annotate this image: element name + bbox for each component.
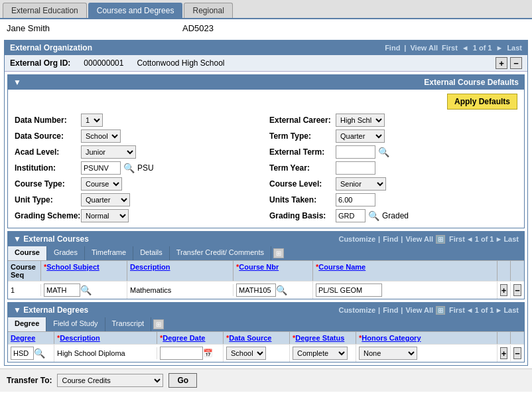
degrees-customize-links: Customize | Find | View All ⊞ xyxy=(338,306,445,315)
degrees-prev-icon[interactable]: ◄ xyxy=(466,306,474,314)
grading-basis-search-icon[interactable]: 🔍 xyxy=(368,210,379,221)
courses-table: CourseSeq *School Subject Description *C… xyxy=(8,260,524,299)
go-button[interactable]: Go xyxy=(168,373,197,388)
unit-type-row: Unit Type: QuarterSemester xyxy=(15,192,263,208)
course-level-value: SeniorJuniorFreshman xyxy=(336,177,386,191)
external-career-row: External Career: High SchlCollegeOther xyxy=(269,112,517,128)
units-taken-value xyxy=(336,193,375,206)
courses-grid-icon[interactable]: ⊞ xyxy=(436,235,445,244)
courses-row-1: 1 🔍 Mathematics 🔍 + − xyxy=(8,281,524,299)
degrees-view-all[interactable]: View All xyxy=(405,306,433,314)
org-add-button[interactable]: + xyxy=(496,57,507,69)
course-level-label: Course Level: xyxy=(269,179,336,189)
course-defaults-section: ▼ External Course Defaults Apply Default… xyxy=(7,74,525,228)
deg-row1-honors-select[interactable]: NoneHonorsHigh Honors xyxy=(359,347,417,360)
degrees-next-icon[interactable]: ► xyxy=(495,306,502,314)
row1-course-name-input[interactable] xyxy=(316,283,382,297)
find-link[interactable]: Find xyxy=(385,44,400,52)
term-year-value xyxy=(336,161,375,175)
institution-row: Institution: 🔍 PSU xyxy=(15,160,263,176)
courses-rem-row-button[interactable]: − xyxy=(513,284,521,296)
org-id-label: External Org ID: xyxy=(10,58,70,68)
courses-view-all[interactable]: View All xyxy=(405,235,433,243)
course-level-select[interactable]: SeniorJuniorFreshman xyxy=(336,177,386,191)
org-buttons: + − xyxy=(496,57,522,69)
degrees-add-row-button[interactable]: + xyxy=(500,347,507,359)
grading-scheme-row: Grading Scheme: NormalPass/FailOther xyxy=(15,208,263,224)
courses-tab-grades[interactable]: Grades xyxy=(47,246,85,260)
row1-rem-btn[interactable]: − xyxy=(511,282,524,298)
courses-nav: First ◄ 1 of 1 ► Last xyxy=(449,235,519,243)
view-all-link[interactable]: View All xyxy=(410,44,438,52)
courses-add-row-button[interactable]: + xyxy=(500,284,507,296)
deg-row1-degree: 🔍 xyxy=(8,345,54,362)
institution-input[interactable] xyxy=(81,161,121,175)
org-info: External Org ID: 000000001 Cottonwood Hi… xyxy=(10,58,225,68)
org-remove-button[interactable]: − xyxy=(510,57,522,69)
courses-tab-course[interactable]: Course xyxy=(8,246,47,260)
acad-level-select[interactable]: JuniorSeniorFreshmanSophomore xyxy=(81,145,136,159)
courses-find[interactable]: Find xyxy=(383,235,398,243)
grading-scheme-select[interactable]: NormalPass/FailOther xyxy=(81,209,129,222)
tab-external-education[interactable]: External Education xyxy=(3,3,87,18)
courses-tab-transfer[interactable]: Transfer Credit/ Comments xyxy=(170,246,271,260)
grading-basis-input[interactable] xyxy=(336,209,366,222)
deg-row1-date-input[interactable] xyxy=(160,347,203,360)
prev-icon[interactable]: ◄ xyxy=(462,44,469,52)
transfer-to-select[interactable]: Course Credits Test Credits Other Credit… xyxy=(57,374,163,387)
unit-type-select[interactable]: QuarterSemester xyxy=(81,193,130,206)
deg-col-date: *Degree Date xyxy=(157,332,224,344)
next-icon[interactable]: ► xyxy=(496,44,503,52)
external-career-select[interactable]: High SchlCollegeOther xyxy=(336,114,385,127)
deg-row1-status-select[interactable]: CompleteIn Progress xyxy=(293,347,348,360)
apply-defaults-button[interactable]: Apply Defaults xyxy=(447,94,517,110)
deg-row1-add-btn[interactable]: + xyxy=(498,345,511,361)
degrees-rem-row-button[interactable]: − xyxy=(513,347,521,359)
person-id: AD5023 xyxy=(182,23,214,33)
acad-level-row: Acad Level: JuniorSeniorFreshmanSophomor… xyxy=(15,144,263,160)
term-type-select[interactable]: QuarterSemester xyxy=(336,129,385,143)
degrees-find[interactable]: Find xyxy=(383,306,398,314)
courses-sub-grid-icon[interactable]: ⊞ xyxy=(273,248,284,258)
units-taken-input[interactable] xyxy=(336,193,375,206)
data-source-select[interactable]: SchoolOther xyxy=(81,129,121,143)
courses-customize[interactable]: Customize xyxy=(338,235,375,243)
term-type-value: QuarterSemester xyxy=(336,129,385,143)
course-type-select[interactable]: CourseOther xyxy=(81,177,122,191)
degrees-nav: First ◄ 1 of 1 ► Last xyxy=(449,306,519,314)
row1-school-subject: 🔍 xyxy=(41,282,127,299)
courses-prev-icon[interactable]: ◄ xyxy=(466,235,474,243)
degrees-grid-icon[interactable]: ⊞ xyxy=(436,306,445,315)
data-number-select[interactable]: 123 xyxy=(81,114,103,127)
tab-courses-degrees[interactable]: Courses and Degrees xyxy=(88,3,183,18)
external-term-search-icon[interactable]: 🔍 xyxy=(378,147,389,157)
row1-school-subject-search[interactable]: 🔍 xyxy=(80,285,92,295)
row1-course-nbr-search[interactable]: 🔍 xyxy=(276,285,287,295)
row1-school-subject-input[interactable] xyxy=(44,283,80,297)
deg-row1-rem-btn[interactable]: − xyxy=(511,345,524,361)
row1-description: Mathematics xyxy=(127,284,233,296)
external-term-input[interactable] xyxy=(336,145,375,159)
deg-row1-degree-input[interactable] xyxy=(11,347,34,360)
tab-regional[interactable]: Regional xyxy=(184,3,232,18)
row1-course-nbr-input[interactable] xyxy=(236,283,276,297)
degrees-tab-field[interactable]: Field of Study xyxy=(46,317,105,331)
term-year-input[interactable] xyxy=(336,161,375,175)
degrees-tab-degree[interactable]: Degree xyxy=(8,317,46,331)
courses-tab-details[interactable]: Details xyxy=(133,246,170,260)
degrees-customize[interactable]: Customize xyxy=(338,306,375,314)
external-org-section: External Organization Find | View All Fi… xyxy=(4,40,528,366)
course-type-value: CourseOther xyxy=(81,177,122,191)
deg-row1-cal-icon[interactable]: 📅 xyxy=(203,349,213,358)
transfer-bar: Transfer To: Course Credits Test Credits… xyxy=(0,368,532,392)
deg-row1-degree-search[interactable]: 🔍 xyxy=(34,348,45,359)
degrees-tab-transcript[interactable]: Transcript xyxy=(105,317,152,331)
degrees-sub-grid-icon[interactable]: ⊞ xyxy=(153,319,164,329)
acad-level-value: JuniorSeniorFreshmanSophomore xyxy=(81,145,136,159)
courses-next-icon[interactable]: ► xyxy=(495,235,502,243)
row1-add-btn[interactable]: + xyxy=(498,282,511,298)
deg-row1-source-select[interactable]: SchoolOther xyxy=(226,347,266,360)
institution-search-icon[interactable]: 🔍 xyxy=(123,163,135,173)
acad-level-label: Acad Level: xyxy=(15,147,81,157)
courses-tab-timeframe[interactable]: Timeframe xyxy=(85,246,133,260)
